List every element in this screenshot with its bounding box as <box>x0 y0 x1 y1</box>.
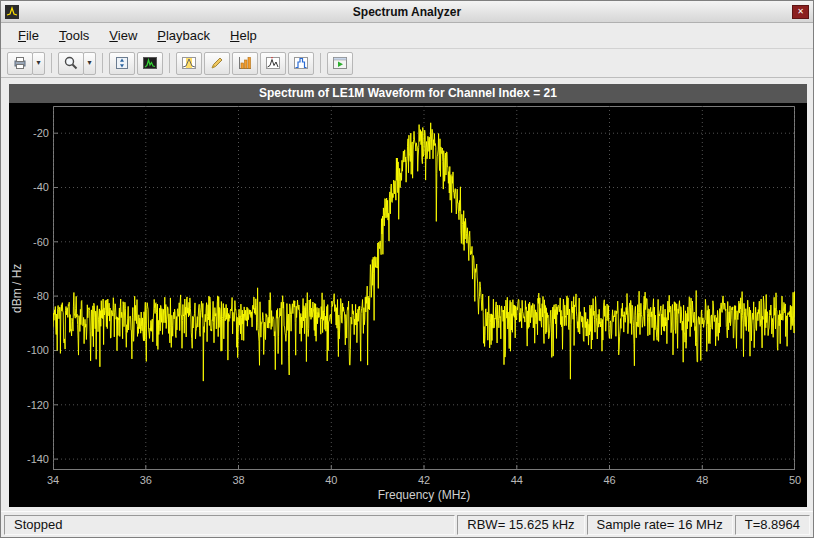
autoscale-icon <box>114 55 130 71</box>
spectral-mask-icon <box>293 55 309 71</box>
y-tick-label: -60 <box>15 236 49 248</box>
peak-finder-icon <box>265 55 281 71</box>
y-tick-label: -40 <box>15 181 49 193</box>
toolbar: ▾ ▾ <box>1 49 813 78</box>
plot-title: Spectrum of LE1M Waveform for Channel In… <box>9 84 807 103</box>
x-tick-label: 40 <box>316 474 346 486</box>
channel-measurements-icon <box>181 55 197 71</box>
title-bar: Spectrum Analyzer ✕ <box>1 1 813 23</box>
x-tick-label: 50 <box>780 474 810 486</box>
x-tick-label: 36 <box>131 474 161 486</box>
zoom-icon <box>63 55 79 71</box>
x-tick-label: 44 <box>502 474 532 486</box>
x-tick-label: 34 <box>38 474 68 486</box>
y-tick-label: -20 <box>15 127 49 139</box>
menu-tools[interactable]: Tools <box>50 24 98 47</box>
peak-finder-button[interactable] <box>260 52 286 75</box>
spectrum-settings-button[interactable] <box>137 52 163 75</box>
status-time: T=8.8964 <box>735 515 810 535</box>
x-tick-label: 48 <box>687 474 717 486</box>
chevron-down-icon: ▾ <box>87 59 91 67</box>
print-button[interactable] <box>7 52 33 75</box>
chevron-down-icon: ▾ <box>36 59 40 67</box>
menu-help[interactable]: Help <box>221 24 266 47</box>
window-title: Spectrum Analyzer <box>1 5 813 19</box>
spectrum-settings-icon <box>142 55 158 71</box>
toolbar-separator <box>51 53 52 73</box>
y-tick-label: -100 <box>15 344 49 356</box>
status-state: Stopped <box>4 515 455 535</box>
menu-playback[interactable]: Playback <box>148 24 219 47</box>
axes-canvas[interactable] <box>53 106 795 470</box>
close-button[interactable]: ✕ <box>792 5 809 19</box>
y-tick-label: -140 <box>15 453 49 465</box>
playback-button[interactable] <box>327 52 353 75</box>
ccdf-measurements-icon <box>237 55 253 71</box>
menu-bar: File Tools View Playback Help <box>1 23 813 49</box>
print-dropdown-button[interactable]: ▾ <box>32 52 45 75</box>
x-axis-label: Frequency (MHz) <box>53 488 795 502</box>
zoom-button[interactable] <box>58 52 84 75</box>
status-rbw: RBW= 15.625 kHz <box>457 515 584 535</box>
zoom-dropdown-button[interactable]: ▾ <box>83 52 96 75</box>
autoscale-button[interactable] <box>109 52 135 75</box>
ccdf-measurements-button[interactable] <box>232 52 258 75</box>
channel-measurements-button[interactable] <box>176 52 202 75</box>
status-bar: Stopped RBW= 15.625 kHz Sample rate= 16 … <box>1 511 813 537</box>
spectral-mask-button[interactable] <box>288 52 314 75</box>
y-tick-label: -80 <box>15 290 49 302</box>
status-sample-rate: Sample rate= 16 MHz <box>587 515 733 535</box>
app-icon <box>5 5 19 19</box>
toolbar-separator <box>169 53 170 73</box>
y-axis-label: dBm / Hz <box>9 106 25 470</box>
x-tick-label: 42 <box>409 474 439 486</box>
x-tick-label: 38 <box>224 474 254 486</box>
print-icon <box>12 55 28 71</box>
menu-file[interactable]: File <box>9 24 48 47</box>
toolbar-separator <box>102 53 103 73</box>
distortion-measurements-icon <box>209 55 225 71</box>
y-tick-label: -120 <box>15 399 49 411</box>
app-window: Spectrum Analyzer ✕ File Tools View Play… <box>0 0 814 538</box>
menu-view[interactable]: View <box>100 24 146 47</box>
distortion-measurements-button[interactable] <box>204 52 230 75</box>
toolbar-separator <box>320 53 321 73</box>
close-icon: ✕ <box>797 7 804 17</box>
plot-area: Spectrum of LE1M Waveform for Channel In… <box>9 84 807 507</box>
playback-icon <box>332 55 348 71</box>
x-tick-label: 46 <box>595 474 625 486</box>
